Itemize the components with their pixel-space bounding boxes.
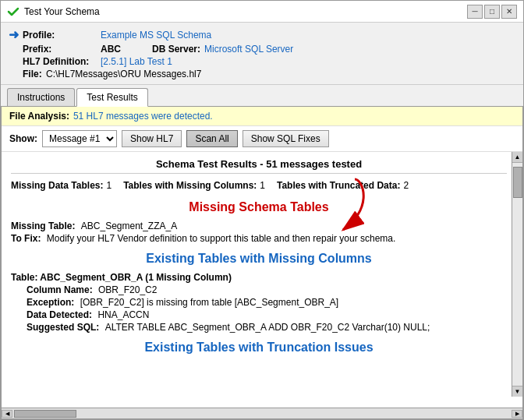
column-name-label: Column Name: bbox=[27, 284, 93, 295]
h-scroll-thumb[interactable] bbox=[14, 410, 76, 418]
scroll-left-button[interactable]: ◀ bbox=[2, 410, 12, 418]
hl7-row: HL7 Definition: [2.5.1] Lab Test 1 bbox=[23, 56, 515, 67]
hl7-value: [2.5.1] Lab Test 1 bbox=[101, 56, 172, 67]
suggested-sql-value: ALTER TABLE ABC_Segment_OBR_A ADD OBR_F2… bbox=[105, 322, 430, 333]
vertical-scrollbar[interactable]: ▲ ▼ bbox=[512, 152, 522, 397]
missing-table-label: Missing Table: bbox=[11, 221, 75, 231]
section1-heading: Missing Schema Tables bbox=[11, 200, 507, 214]
profile-row: ➜ Profile: Example MS SQL Schema bbox=[9, 27, 515, 42]
exception-label: Exception: bbox=[27, 297, 74, 308]
to-fix-line: To Fix: Modify your HL7 Vendor definitio… bbox=[11, 233, 507, 244]
file-analysis-label: File Analysis: bbox=[9, 111, 69, 122]
results-area[interactable]: Schema Test Results - 51 messages tested… bbox=[2, 152, 522, 408]
minimize-button[interactable]: ─ bbox=[467, 5, 483, 19]
show-hl7-button[interactable]: Show HL7 bbox=[122, 130, 182, 147]
table-label: Table: ABC_Segment_OBR_A (1 Missing Colu… bbox=[11, 272, 232, 283]
data-detected-value: HNA_ACCN bbox=[97, 309, 149, 320]
profile-value: Example MS SQL Schema bbox=[101, 30, 211, 41]
controls-bar: Show: Message #1 Show HL7 Scan All Show … bbox=[2, 126, 522, 152]
dbserver-label: DB Server: bbox=[152, 44, 200, 55]
maximize-button[interactable]: □ bbox=[484, 5, 500, 19]
file-analysis-bar: File Analysis: 51 HL7 messages were dete… bbox=[2, 107, 522, 126]
window-title: Test Your Schema bbox=[24, 6, 467, 17]
scroll-down-button[interactable]: ▼ bbox=[512, 386, 523, 397]
missing-table-line: Missing Table: ABC_Segment_ZZA_A bbox=[11, 221, 507, 231]
show-sql-fixes-button[interactable]: Show SQL Fixes bbox=[243, 130, 329, 147]
section3-heading: Existing Tables with Truncation Issues bbox=[11, 341, 507, 355]
tab-test-results[interactable]: Test Results bbox=[76, 88, 147, 107]
prefix-label: Prefix: bbox=[23, 44, 101, 55]
arrow-icon: ➜ bbox=[9, 27, 19, 42]
prefix-value: ABC bbox=[101, 44, 121, 55]
table-line: Table: ABC_Segment_OBR_A (1 Missing Colu… bbox=[11, 272, 507, 283]
file-analysis-value: 51 HL7 messages were detected. bbox=[73, 111, 213, 122]
scroll-track bbox=[512, 163, 523, 386]
to-fix-label: To Fix: bbox=[11, 233, 41, 244]
truncated-val: 2 bbox=[403, 180, 409, 191]
column-name-line: Column Name: OBR_F20_C2 bbox=[27, 284, 507, 295]
file-value: C:\HL7Messages\ORU Messages.hl7 bbox=[46, 69, 201, 79]
suggested-sql-label: Suggested SQL: bbox=[27, 322, 99, 333]
missing-table-value: ABC_Segment_ZZA_A bbox=[81, 221, 177, 231]
to-fix-value: Modify your HL7 Vendor definition to sup… bbox=[47, 233, 396, 244]
summary-row: Missing Data Tables: 1 Tables with Missi… bbox=[11, 180, 507, 191]
file-label: File: bbox=[23, 69, 46, 79]
scroll-right-button[interactable]: ▶ bbox=[512, 410, 522, 418]
truncated-label: Tables with Truncated Data: bbox=[277, 180, 400, 191]
hl7-label: HL7 Definition: bbox=[23, 56, 101, 67]
missing-tables-val: 1 bbox=[106, 180, 112, 191]
profile-label: Profile: bbox=[23, 30, 101, 41]
column-name-value: OBR_F20_C2 bbox=[98, 284, 157, 295]
close-button[interactable]: ✕ bbox=[501, 5, 517, 19]
file-row: File: C:\HL7Messages\ORU Messages.hl7 bbox=[23, 69, 515, 79]
scan-all-button[interactable]: Scan All bbox=[186, 130, 237, 147]
exception-line: Exception: [OBR_F20_C2] is missing from … bbox=[27, 297, 507, 308]
scroll-thumb[interactable] bbox=[513, 167, 522, 198]
missing-tables-label: Missing Data Tables: bbox=[11, 180, 103, 191]
title-bar: Test Your Schema ─ □ ✕ bbox=[1, 1, 523, 23]
horizontal-scrollbar[interactable]: ◀ ▶ bbox=[2, 408, 522, 418]
results-title: Schema Test Results - 51 messages tested bbox=[11, 158, 507, 174]
section2-heading: Existing Tables with Missing Columns bbox=[11, 252, 507, 266]
truncated-summary: Tables with Truncated Data: 2 bbox=[277, 180, 409, 191]
dbserver-value: Microsoft SQL Server bbox=[204, 44, 293, 55]
prefix-row: Prefix: ABC DB Server: Microsoft SQL Ser… bbox=[23, 44, 515, 55]
exception-value: [OBR_F20_C2] is missing from table [ABC_… bbox=[80, 297, 338, 308]
missing-columns-label: Tables with Missing Columns: bbox=[123, 180, 257, 191]
tab-instructions[interactable]: Instructions bbox=[7, 88, 75, 106]
message-select[interactable]: Message #1 bbox=[42, 130, 117, 147]
tabs-bar: Instructions Test Results bbox=[1, 85, 523, 107]
main-window: Test Your Schema ─ □ ✕ ➜ Profile: Exampl… bbox=[0, 0, 524, 420]
data-detected-line: Data Detected: HNA_ACCN bbox=[27, 309, 507, 320]
data-detected-label: Data Detected: bbox=[27, 309, 92, 320]
title-icon bbox=[7, 5, 19, 18]
missing-columns-summary: Tables with Missing Columns: 1 bbox=[123, 180, 265, 191]
scroll-up-button[interactable]: ▲ bbox=[512, 152, 523, 163]
main-content: File Analysis: 51 HL7 messages were dete… bbox=[1, 107, 523, 419]
window-controls: ─ □ ✕ bbox=[467, 5, 517, 19]
results-wrapper: Schema Test Results - 51 messages tested… bbox=[2, 152, 522, 408]
suggested-sql-line: Suggested SQL: ALTER TABLE ABC_Segment_O… bbox=[27, 322, 507, 333]
info-panel: ➜ Profile: Example MS SQL Schema Prefix:… bbox=[1, 23, 523, 85]
missing-columns-val: 1 bbox=[260, 180, 265, 191]
show-label: Show: bbox=[9, 133, 37, 144]
missing-tables-summary: Missing Data Tables: 1 bbox=[11, 180, 112, 191]
